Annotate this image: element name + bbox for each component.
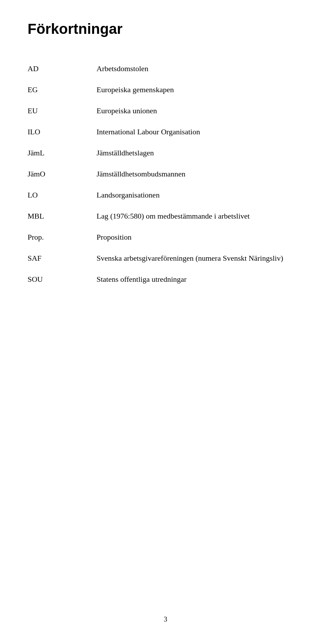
abbreviation-label: SOU xyxy=(28,269,97,290)
abbreviation-label: SAF xyxy=(28,248,97,269)
table-row: MBLLag (1976:580) om medbestämmande i ar… xyxy=(28,205,303,227)
abbreviation-definition: Arbetsdomstolen xyxy=(97,58,303,79)
table-row: EUEuropeiska unionen xyxy=(28,100,303,121)
table-row: ILOInternational Labour Organisation xyxy=(28,121,303,142)
abbreviation-definition: Jämställdhetsombudsmannen xyxy=(97,163,303,184)
table-row: ADArbetsdomstolen xyxy=(28,58,303,79)
abbreviation-label: JämO xyxy=(28,163,97,184)
table-row: SOUStatens offentliga utredningar xyxy=(28,269,303,290)
table-row: EGEuropeiska gemenskapen xyxy=(28,79,303,100)
abbreviation-definition: Svenska arbetsgivareföreningen (numera S… xyxy=(97,248,303,269)
abbreviation-label: EU xyxy=(28,100,97,121)
abbreviation-label: Prop. xyxy=(28,227,97,248)
abbreviation-definition: Jämställdhetslagen xyxy=(97,142,303,163)
abbreviation-label: MBL xyxy=(28,205,97,227)
abbreviation-label: JämL xyxy=(28,142,97,163)
table-row: JämOJämställdhetsombudsmannen xyxy=(28,163,303,184)
abbreviation-definition: International Labour Organisation xyxy=(97,121,303,142)
abbreviation-definition: Statens offentliga utredningar xyxy=(97,269,303,290)
abbreviations-table: ADArbetsdomstolenEGEuropeiska gemenskape… xyxy=(28,58,303,290)
abbreviation-definition: Landsorganisationen xyxy=(97,184,303,205)
abbreviation-definition: Europeiska gemenskapen xyxy=(97,79,303,100)
table-row: SAFSvenska arbetsgivareföreningen (numer… xyxy=(28,248,303,269)
page-title: Förkortningar xyxy=(28,21,303,37)
abbreviation-definition: Europeiska unionen xyxy=(97,100,303,121)
abbreviation-definition: Proposition xyxy=(97,227,303,248)
table-row: Prop.Proposition xyxy=(28,227,303,248)
abbreviation-label: ILO xyxy=(28,121,97,142)
abbreviation-definition: Lag (1976:580) om medbestämmande i arbet… xyxy=(97,205,303,227)
abbreviation-label: EG xyxy=(28,79,97,100)
table-row: LOLandsorganisationen xyxy=(28,184,303,205)
page-number: 3 xyxy=(164,615,167,623)
table-row: JämLJämställdhetslagen xyxy=(28,142,303,163)
abbreviation-label: LO xyxy=(28,184,97,205)
abbreviation-label: AD xyxy=(28,58,97,79)
